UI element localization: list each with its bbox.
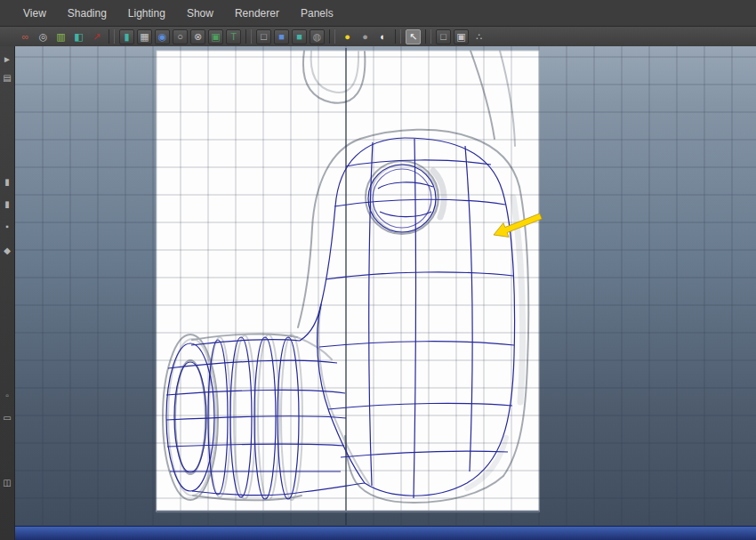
scale-tool-icon[interactable]: ▪ [2,221,13,232]
maya-window: View Shading Lighting Show Renderer Pane… [0,0,756,540]
toolbar-separator [109,29,115,44]
layout-single-icon[interactable]: ▫ [2,390,13,401]
toolbar-separator [395,29,401,44]
menu-bar: View Shading Lighting Show Renderer Pane… [0,0,756,27]
isolate-cube-icon[interactable]: □ [436,29,451,44]
safe-title-icon[interactable]: T [226,29,241,44]
share-icon[interactable]: ∴ [471,29,487,44]
lasso-icon[interactable]: ▤ [2,72,13,84]
shaded-cube-icon[interactable]: ■ [274,29,289,44]
image-plane [157,51,539,512]
select-cursor-icon[interactable]: ↖ [406,29,421,44]
left-toolbar: ► ▤ ▮ ▮ ▪ ◆ ▫ ▭ ◫ [0,46,15,540]
layout-split-icon[interactable]: ◫ [2,477,13,488]
rotate-tool-icon[interactable]: ▮ [2,198,13,210]
wireframe-cube-icon[interactable]: □ [256,29,271,44]
move-tool-icon[interactable]: ▮ [2,176,13,188]
viewport-canvas [15,46,756,527]
layout-four-icon[interactable]: ▭ [2,412,13,423]
gate-mask-icon[interactable]: ⊗ [190,29,205,44]
wireframe-mask-icon[interactable]: ▮ [119,29,134,44]
textured-cube-icon[interactable]: ■ [292,29,307,44]
light-specular-icon[interactable]: ◐ [375,29,390,44]
viewport[interactable] [15,46,756,526]
light-on-icon[interactable]: ● [340,29,355,44]
menu-lighting[interactable]: Lighting [125,5,169,21]
grid-mask-icon[interactable]: ▦ [137,29,152,44]
menu-show[interactable]: Show [183,5,217,21]
film-gate-icon[interactable]: ◉ [155,29,170,44]
bookmark-icon[interactable]: ▥ [53,29,68,44]
pin-icon[interactable]: ↗ [89,29,104,44]
light-off-icon[interactable]: ● [358,29,373,44]
toolbar-separator [245,29,252,44]
toolbar-separator [425,29,431,44]
menu-panels[interactable]: Panels [297,5,337,21]
field-chart-icon[interactable]: ▣ [208,29,223,44]
isolate-frame-icon[interactable]: ▣ [454,29,469,44]
panel-toolbar: ∞ ◎ ▥ ◧ ↗ ▮ ▦ ◉ ○ ⊗ ▣ T □ ■ ■ ◍ ● ● ◐ ↖ … [0,27,756,46]
menu-view[interactable]: View [20,5,50,21]
resolution-gate-icon[interactable]: ○ [173,29,188,44]
universal-tool-icon[interactable]: ◆ [2,245,13,256]
camera-attributes-icon[interactable]: ◎ [36,29,51,44]
checker-sphere-icon[interactable]: ◍ [310,29,325,44]
select-arrow-icon[interactable]: ► [2,53,13,65]
menu-renderer[interactable]: Renderer [231,5,283,21]
image-plane-icon[interactable]: ◧ [71,29,86,44]
camera-icon[interactable]: ∞ [18,29,33,44]
bottom-bar[interactable] [15,526,756,540]
toolbar-separator [329,29,335,44]
menu-shading[interactable]: Shading [64,5,110,21]
